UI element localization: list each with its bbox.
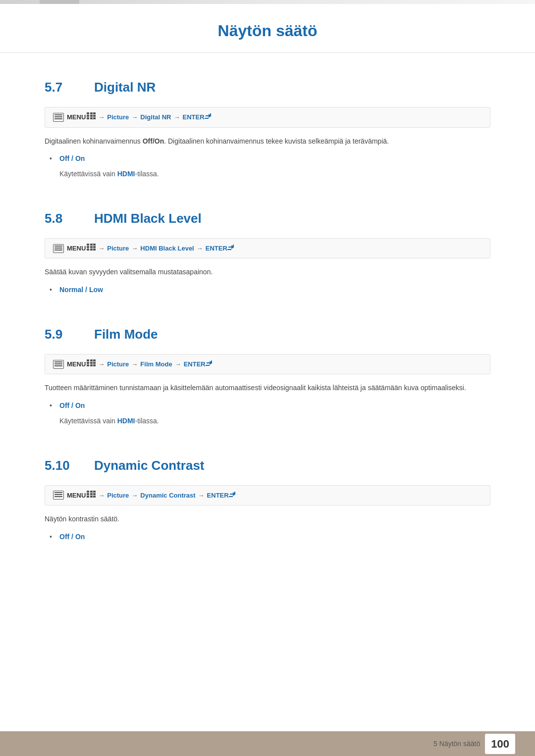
menu-item-5-9: Film Mode <box>140 359 172 369</box>
menu-picture-5-10: Picture <box>107 491 129 501</box>
svg-rect-27 <box>90 364 93 366</box>
svg-rect-16 <box>87 249 89 251</box>
page-container: Näytön säätö 5.7 Digital NR MENU <box>0 0 535 756</box>
svg-rect-25 <box>93 362 96 364</box>
menu-enter-label-5-10: ENTER <box>207 491 229 501</box>
svg-rect-23 <box>87 362 89 364</box>
section-5-10-description: Näytön kontrastin säätö. <box>45 513 490 524</box>
arrow-3-5-8: → <box>197 244 203 253</box>
svg-rect-19 <box>227 249 231 250</box>
svg-rect-21 <box>90 359 93 361</box>
section-5-7-options: Off / On <box>50 153 490 164</box>
svg-rect-0 <box>87 112 89 114</box>
section-5-10-menu-path: MENU → Picture → <box>45 485 490 506</box>
section-5-8-number: 5.8 <box>45 209 84 228</box>
enter-icon-5-10 <box>229 491 238 501</box>
section-5-9-number: 5.9 <box>45 325 84 344</box>
arrow-2-5-8: → <box>131 244 138 253</box>
svg-rect-32 <box>93 491 96 493</box>
section-5-7-note: Käytettävissä vain HDMI-tilassa. <box>59 169 490 179</box>
section-5-7: 5.7 Digital NR MENU <box>45 68 490 179</box>
menu-enter-label-5-8: ENTER <box>206 244 227 253</box>
section-5-9-menu-path: MENU → Picture → <box>45 354 490 375</box>
menu-picture-5-9: Picture <box>107 359 129 369</box>
section-5-7-header: 5.7 Digital NR <box>45 68 490 97</box>
top-bar <box>0 0 535 4</box>
content-area: 5.7 Digital NR MENU <box>0 58 535 592</box>
section-5-9-title: Film Mode <box>94 325 158 344</box>
svg-rect-13 <box>87 246 89 248</box>
svg-rect-8 <box>93 117 96 119</box>
section-5-8-header: 5.8 HDMI Black Level <box>45 199 490 228</box>
arrow-3-5-7: → <box>173 112 180 122</box>
section-5-9-note: Käytettävissä vain HDMI-tilassa. <box>59 416 490 426</box>
svg-rect-5 <box>93 115 96 117</box>
menu-icon-5-9 <box>53 360 64 369</box>
section-5-7-number: 5.7 <box>45 78 84 97</box>
svg-rect-17 <box>90 249 93 251</box>
section-5-7-title: Digital NR <box>94 78 156 97</box>
section-5-9-header: 5.9 Film Mode <box>45 315 490 344</box>
svg-rect-18 <box>93 249 96 251</box>
svg-rect-38 <box>93 496 96 498</box>
section-5-8-options: Normal / Low <box>50 285 490 295</box>
svg-rect-37 <box>90 496 93 498</box>
menu-word-5-8: MENU <box>67 244 86 253</box>
svg-rect-20 <box>87 359 89 361</box>
section-5-10-header: 5.10 Dynamic Contrast <box>45 446 490 475</box>
top-bar-tab <box>40 0 79 4</box>
svg-rect-1 <box>90 112 93 114</box>
svg-rect-29 <box>206 365 210 366</box>
menu-picture-5-8: Picture <box>107 244 129 253</box>
section-5-9: 5.9 Film Mode MENU <box>45 315 490 426</box>
section-5-10: 5.10 Dynamic Contrast MENU <box>45 446 490 542</box>
grid-icon-5-10 <box>87 491 96 501</box>
section-5-10-title: Dynamic Contrast <box>94 456 205 475</box>
section-5-9-options: Off / On <box>50 401 490 411</box>
arrow-2-5-9: → <box>131 359 138 369</box>
menu-icon-5-10 <box>53 491 64 500</box>
svg-rect-33 <box>87 493 89 495</box>
menu-item-5-10: Dynamic Contrast <box>140 491 195 501</box>
section-5-7-menu-path: MENU → Picture → <box>45 107 490 128</box>
menu-icon-5-7 <box>53 113 64 122</box>
section-5-8-description: Säätää kuvan syvyyden valitsemalla musta… <box>45 266 490 277</box>
svg-rect-28 <box>93 364 96 366</box>
svg-rect-31 <box>90 491 93 493</box>
svg-rect-36 <box>87 496 89 498</box>
arrow-1-5-7: → <box>98 112 105 122</box>
svg-rect-7 <box>90 117 93 119</box>
svg-rect-10 <box>87 244 89 246</box>
menu-word-5-10: MENU <box>67 491 86 501</box>
section-5-9-description: Tuotteen määrittäminen tunnistamaan ja k… <box>45 382 490 393</box>
section-5-10-options: Off / On <box>50 532 490 542</box>
section-5-8-menu-path: MENU → Picture → <box>45 238 490 259</box>
section-5-8: 5.8 HDMI Black Level MENU <box>45 199 490 295</box>
svg-rect-24 <box>90 362 93 364</box>
footer-page-number: 100 <box>485 734 515 754</box>
page-title-section: Näytön säätö <box>0 4 535 53</box>
arrow-1-5-10: → <box>98 491 105 501</box>
menu-icon-5-8 <box>53 244 64 253</box>
option-5-9-1: Off / On <box>50 401 490 411</box>
option-5-7-1: Off / On <box>50 153 490 164</box>
arrow-2-5-7: → <box>131 112 138 122</box>
svg-rect-9 <box>205 118 209 119</box>
footer-section-label: 5 Näytön säätö <box>433 739 480 749</box>
enter-icon-5-8 <box>227 244 236 253</box>
svg-rect-35 <box>93 493 96 495</box>
svg-rect-11 <box>90 244 93 246</box>
menu-item-5-8: HDMI Black Level <box>140 244 194 253</box>
svg-rect-34 <box>90 493 93 495</box>
svg-rect-15 <box>93 246 96 248</box>
arrow-3-5-10: → <box>198 491 205 501</box>
svg-rect-26 <box>87 364 89 366</box>
menu-item-5-7: Digital NR <box>140 112 171 122</box>
option-5-8-1: Normal / Low <box>50 285 490 295</box>
grid-icon-5-7 <box>87 112 96 122</box>
svg-rect-6 <box>87 117 89 119</box>
section-5-10-number: 5.10 <box>45 456 84 475</box>
svg-rect-3 <box>87 115 89 117</box>
arrow-1-5-8: → <box>98 244 105 253</box>
arrow-3-5-9: → <box>175 359 181 369</box>
